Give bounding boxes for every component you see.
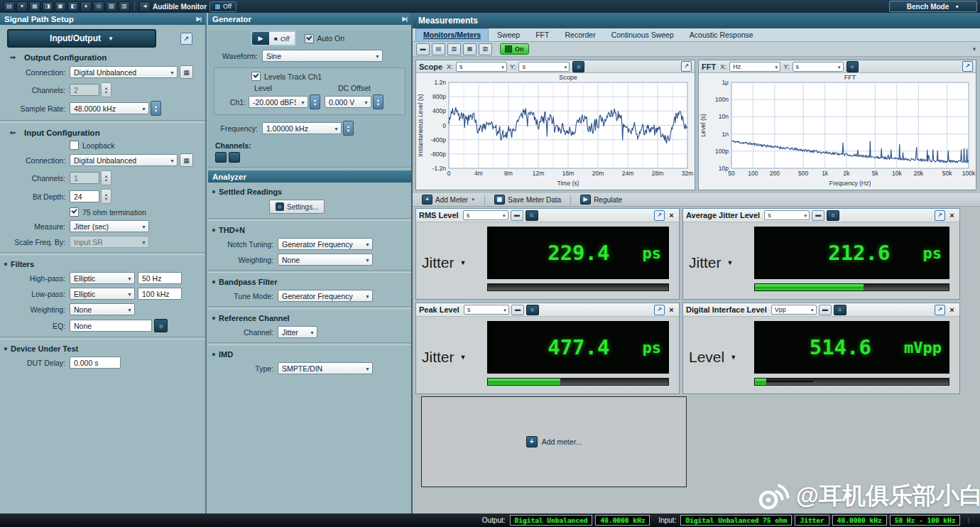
waveform-select[interactable]: Sine ▼ bbox=[262, 50, 383, 62]
meter-channel-select[interactable]: Jitter▼ bbox=[689, 227, 754, 299]
tab-monitors-meters[interactable]: Monitors/Meters bbox=[415, 28, 489, 41]
low-pass-select[interactable]: Elliptic ▼ bbox=[70, 288, 135, 300]
high-pass-select[interactable]: Elliptic ▼ bbox=[70, 272, 135, 284]
dut-delay-field[interactable]: 0.000 s bbox=[70, 357, 121, 369]
scope-x-unit-select[interactable]: s ▼ bbox=[456, 62, 507, 72]
fft-y-unit-select[interactable]: s ▼ bbox=[793, 62, 844, 72]
loopback-checkbox[interactable] bbox=[70, 141, 79, 150]
meter-expand-button[interactable]: ↗ bbox=[654, 210, 665, 221]
scroll-down-icon[interactable]: ▼ bbox=[971, 46, 977, 53]
output-connection-select[interactable]: Digital Unbalanced ▼ bbox=[70, 66, 178, 78]
fft-x-unit-select[interactable]: Hz ▼ bbox=[729, 62, 780, 72]
record-icon[interactable]: ◎ bbox=[93, 1, 104, 12]
meter-settings-button[interactable]: ☼ bbox=[827, 210, 839, 221]
ch1-level-stepper[interactable]: ▲▼ bbox=[310, 94, 320, 109]
generator-channel-2-toggle[interactable] bbox=[229, 152, 240, 163]
meter-settings-button[interactable]: ☼ bbox=[834, 305, 846, 315]
weighting-select[interactable]: None ▼ bbox=[70, 303, 135, 315]
imd-type-select[interactable]: SMPTE/DIN ▼ bbox=[278, 362, 373, 374]
new-file-icon[interactable]: ▤ bbox=[4, 1, 15, 12]
ch1-level-field[interactable]: -20.000 dBFS ▼ bbox=[249, 96, 308, 108]
tune-mode-select[interactable]: Generator Frequency ▼ bbox=[278, 290, 373, 302]
scope-view-icon[interactable]: ▧ bbox=[479, 43, 492, 55]
levels-track-checkbox[interactable] bbox=[251, 72, 261, 81]
caret-down-icon[interactable]: ▾ bbox=[16, 1, 28, 12]
dual-monitor-icon[interactable]: ◨ bbox=[42, 1, 53, 12]
output-channels-stepper[interactable]: ▲▼ bbox=[101, 82, 111, 97]
export-icon[interactable]: ▥ bbox=[119, 1, 130, 12]
scope-chart[interactable]: 04m8m12m16m20m24m28m32m1.2n800p400p0-400… bbox=[416, 73, 695, 192]
input-connection-settings-button[interactable]: ▦ bbox=[180, 153, 193, 167]
meter-unit-select[interactable]: s▼ bbox=[463, 210, 508, 220]
eq-field[interactable]: None bbox=[70, 320, 152, 332]
bit-depth-field[interactable]: 24 bbox=[70, 190, 99, 202]
undock-panel-button[interactable]: ↗ bbox=[180, 33, 192, 45]
meter-close-button[interactable]: × bbox=[667, 211, 676, 220]
meter-expand-button[interactable]: ↗ bbox=[935, 305, 945, 315]
audible-monitor-toggle[interactable]: Off bbox=[209, 1, 236, 12]
measure-select[interactable]: Jitter (sec) ▼ bbox=[70, 220, 149, 232]
screen-icon[interactable]: ◧ bbox=[67, 1, 79, 12]
meter-channel-select[interactable]: Jitter▼ bbox=[422, 227, 487, 299]
grid-view-icon[interactable]: ▦ bbox=[463, 43, 477, 55]
meter-expand-button[interactable]: ↗ bbox=[935, 210, 945, 221]
meter-close-button[interactable]: × bbox=[667, 305, 676, 315]
high-pass-frequency-field[interactable]: 50 Hz bbox=[138, 272, 182, 284]
audio-device-icon[interactable]: ♦ bbox=[80, 1, 92, 12]
termination-checkbox[interactable] bbox=[70, 207, 79, 217]
fft-expand-button[interactable]: ↗ bbox=[962, 61, 973, 72]
sample-rate-select[interactable]: 48.0000 kHz ▼ bbox=[70, 102, 149, 114]
generator-channel-1-toggle[interactable] bbox=[215, 152, 227, 163]
tab-recorder[interactable]: Recorder bbox=[557, 29, 602, 41]
meters-view-icon[interactable]: ▬ bbox=[416, 43, 430, 55]
collapse-panel-icon[interactable]: ▶| bbox=[403, 16, 407, 22]
add-meter-button[interactable]: + Add Meter ▼ bbox=[417, 194, 480, 205]
input-channels-field[interactable]: 1 bbox=[70, 172, 99, 184]
scope-view-icon[interactable]: ▧ bbox=[106, 1, 117, 12]
generator-play-button[interactable]: ▶ bbox=[252, 32, 269, 45]
add-meter-dropzone[interactable]: + Add meter... bbox=[421, 396, 687, 487]
meter-settings-button[interactable]: ☼ bbox=[526, 305, 539, 315]
input-connection-select[interactable]: Digital Unbalanced ▼ bbox=[70, 154, 178, 166]
frequency-stepper[interactable]: ▲▼ bbox=[343, 121, 354, 136]
analyzer-weighting-select[interactable]: None ▼ bbox=[278, 254, 373, 266]
scope-y-unit-select[interactable]: s ▼ bbox=[518, 62, 570, 72]
scope-expand-button[interactable]: ↗ bbox=[681, 61, 692, 72]
tab-sweep[interactable]: Sweep bbox=[490, 29, 527, 41]
meter-channel-select[interactable]: Level▼ bbox=[689, 321, 754, 393]
output-channels-field[interactable]: 2 bbox=[70, 84, 99, 96]
bargraph-style-icon[interactable]: ▬ bbox=[812, 210, 824, 221]
bargraph-view-icon[interactable]: ▤ bbox=[432, 43, 445, 55]
meter-close-button[interactable]: × bbox=[947, 211, 957, 220]
fft-settings-button[interactable]: ☼ bbox=[846, 61, 859, 72]
meter-unit-select[interactable]: s▼ bbox=[464, 305, 509, 315]
generator-on-toggle[interactable]: On bbox=[500, 43, 529, 55]
generator-off-button[interactable]: ■ Off bbox=[269, 32, 295, 45]
reference-channel-select[interactable]: Jitter ▼ bbox=[278, 326, 317, 338]
output-connection-settings-button[interactable]: ▦ bbox=[180, 65, 193, 79]
notch-tuning-select[interactable]: Generator Frequency ▼ bbox=[278, 238, 373, 250]
bench-mode-button[interactable]: Bench Mode ▼ bbox=[889, 1, 977, 12]
save-icon[interactable]: ▦ bbox=[29, 1, 40, 12]
fft-chart[interactable]: 501002005001k2k5k10k20k50k100k1μ100n10n1… bbox=[699, 73, 976, 192]
regulate-button[interactable]: ▶ Regulate bbox=[575, 194, 627, 205]
tab-continuous-sweep[interactable]: Continuous Sweep bbox=[604, 29, 681, 41]
low-pass-frequency-field[interactable]: 100 kHz bbox=[138, 288, 182, 300]
meter-unit-select[interactable]: s▼ bbox=[764, 210, 810, 220]
numeric-view-icon[interactable]: ▥ bbox=[447, 43, 461, 55]
save-meter-data-button[interactable]: ▦ Save Meter Data bbox=[489, 194, 566, 205]
collapse-panel-icon[interactable]: ▶| bbox=[197, 16, 201, 22]
sample-rate-stepper[interactable]: ▲▼ bbox=[151, 101, 161, 116]
tab-acoustic-response[interactable]: Acoustic Response bbox=[682, 29, 761, 41]
ch1-dc-offset-stepper[interactable]: ▲▼ bbox=[373, 94, 383, 109]
meter-expand-button[interactable]: ↗ bbox=[654, 305, 665, 315]
scope-settings-button[interactable]: ☼ bbox=[572, 61, 584, 72]
meter-unit-select[interactable]: Vpp▼ bbox=[771, 305, 817, 315]
bargraph-style-icon[interactable]: ▬ bbox=[511, 210, 523, 221]
meter-channel-select[interactable]: Jitter▼ bbox=[422, 321, 487, 393]
eq-settings-button[interactable]: ☼ bbox=[154, 319, 168, 332]
settled-readings-settings-button[interactable]: ☼ Settings... bbox=[269, 200, 325, 214]
bargraph-style-icon[interactable]: ▬ bbox=[511, 305, 524, 315]
frequency-field[interactable]: 1.00000 kHz ▼ bbox=[262, 122, 342, 134]
auto-on-checkbox[interactable] bbox=[305, 34, 314, 43]
